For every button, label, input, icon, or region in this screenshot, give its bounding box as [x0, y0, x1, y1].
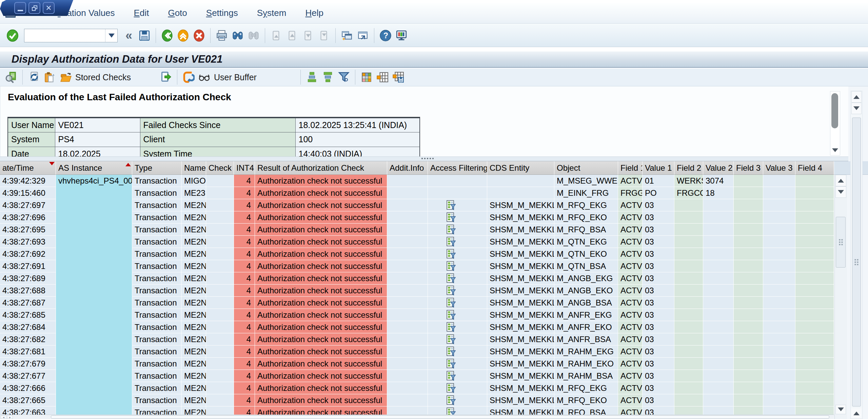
cell-object[interactable]: M_MSEG_WWE [554, 175, 618, 187]
cell-object[interactable]: M_RFQ_BSA [554, 224, 618, 236]
cell-value-3[interactable] [763, 175, 795, 187]
cell-value-3[interactable] [763, 199, 795, 211]
cell-field-1[interactable]: ACTVT [618, 358, 643, 370]
cell-result[interactable]: Authorization check not successful [255, 382, 387, 394]
cell-type[interactable]: Transaction [132, 236, 182, 248]
access-filter-icon[interactable] [447, 347, 456, 357]
cell-value-2[interactable]: 18 [703, 187, 734, 199]
cell-cds-entity[interactable]: SHSM_M_MEKKL [487, 333, 554, 345]
cell-value-2[interactable] [703, 309, 734, 321]
table-row[interactable]: 4:38:27:665TransactionME2N4Authorization… [0, 394, 834, 406]
export-icon[interactable] [159, 71, 172, 84]
cell-cds-entity[interactable]: SHSM_M_MEKKL [487, 260, 554, 272]
cell-date-time[interactable]: 4:38:27:695 [0, 224, 56, 236]
table-row[interactable]: 4:38:27:677TransactionME2N4Authorization… [0, 370, 834, 382]
cell-cds-entity[interactable]: SHSM_M_MEKKL [487, 285, 554, 297]
paste-icon[interactable] [43, 71, 56, 84]
cell-field-3[interactable] [734, 333, 763, 345]
cell-int4[interactable]: 4 [234, 345, 255, 358]
cell-field-3[interactable] [734, 285, 763, 297]
cell-field-4[interactable] [795, 199, 834, 211]
cell-int4[interactable]: 4 [234, 260, 255, 272]
cell-name[interactable]: ME2N [182, 370, 206, 382]
cell-field-2[interactable]: FRGCO [674, 187, 703, 199]
save-layout-icon[interactable] [392, 71, 405, 84]
cell-value-3[interactable] [763, 394, 795, 406]
cell-check[interactable] [206, 358, 234, 370]
cell-field-1[interactable]: ACTVT [618, 285, 643, 297]
cell-addit-info[interactable] [387, 272, 428, 285]
cell-value-1[interactable]: 03 [643, 236, 674, 248]
cell-date-time[interactable]: 4:39:42:329 [0, 175, 56, 187]
cell-value-2[interactable] [703, 297, 734, 309]
cell-name[interactable]: ME2N [182, 333, 206, 345]
cell-field-1[interactable]: ACTVT [618, 333, 643, 345]
cell-field-2[interactable] [674, 321, 703, 333]
cell-date-time[interactable]: 4:38:27:677 [0, 370, 56, 382]
cell-value-1[interactable]: 03 [643, 333, 674, 345]
cell-as-instance[interactable] [56, 370, 132, 382]
cell-as-instance[interactable] [56, 211, 132, 224]
cell-date-time[interactable]: 4:38:27:665 [0, 394, 56, 406]
cell-check[interactable] [206, 333, 234, 345]
scroll-up-icon[interactable] [835, 175, 846, 186]
menu-help[interactable]: Help [296, 6, 333, 20]
cell-object[interactable]: M_EINK_FRG [554, 187, 618, 199]
cell-as-instance[interactable] [56, 333, 132, 345]
cell-field-4[interactable] [795, 358, 834, 370]
cell-field-3[interactable] [734, 211, 763, 224]
cell-int4[interactable]: 4 [234, 382, 255, 394]
cell-as-instance[interactable] [56, 321, 132, 333]
cell-int4[interactable]: 4 [234, 370, 255, 382]
cell-field-3[interactable] [734, 297, 763, 309]
scrollbar-thumb[interactable] [836, 217, 846, 268]
cell-result[interactable]: Authorization check not successful [255, 297, 387, 309]
cell-date-time[interactable]: 4:38:27:687 [0, 297, 56, 309]
cell-name[interactable]: ME2N [182, 358, 206, 370]
cell-value-1[interactable]: 03 [643, 345, 674, 358]
stored-checks-button[interactable]: Stored Checks [75, 72, 131, 82]
user-buffer-button[interactable]: User Buffer [214, 72, 257, 82]
cell-as-instance[interactable] [56, 285, 132, 297]
cell-value-3[interactable] [763, 260, 795, 272]
cell-check[interactable] [206, 345, 234, 358]
filter-icon[interactable] [337, 71, 350, 84]
cell-addit-info[interactable] [387, 260, 428, 272]
scroll-down-icon[interactable] [851, 103, 862, 114]
cell-value-2[interactable] [703, 224, 734, 236]
cell-field-2[interactable] [674, 272, 703, 285]
cell-field-3[interactable] [734, 358, 763, 370]
cell-field-2[interactable] [674, 260, 703, 272]
cell-int4[interactable]: 4 [234, 285, 255, 297]
cell-name[interactable]: ME2N [182, 285, 206, 297]
cell-as-instance[interactable] [56, 248, 132, 260]
cell-field-3[interactable] [734, 309, 763, 321]
cell-cds-entity[interactable]: SHSM_M_MEKKL [487, 394, 554, 406]
cell-object[interactable]: M_RAHM_EKG [554, 345, 618, 358]
cell-cds-entity[interactable]: SHSM_M_MEKKL [487, 297, 554, 309]
table-row[interactable]: 4:38:27:691TransactionME2N4Authorization… [0, 260, 834, 272]
menu-goto[interactable]: Goto [158, 6, 196, 20]
cell-addit-info[interactable] [387, 370, 428, 382]
cell-object[interactable]: M_RFQ_EKO [554, 211, 618, 224]
cell-value-3[interactable] [763, 382, 795, 394]
cell-field-2[interactable] [674, 297, 703, 309]
cell-object[interactable]: M_ANGB_EKG [554, 272, 618, 285]
cell-addit-info[interactable] [387, 224, 428, 236]
cell-addit-info[interactable] [387, 333, 428, 345]
cell-check[interactable] [206, 175, 234, 187]
table-row[interactable]: 4:38:27:681TransactionME2N4Authorization… [0, 345, 834, 358]
cell-object[interactable]: M_ANGB_BSA [554, 297, 618, 309]
access-filter-icon[interactable] [447, 261, 456, 271]
cell-date-time[interactable]: 4:39:15:460 [0, 187, 56, 199]
cell-check[interactable] [206, 236, 234, 248]
cell-value-2[interactable] [703, 358, 734, 370]
cell-date-time[interactable]: 4:38:27:666 [0, 382, 56, 394]
cell-as-instance[interactable] [56, 394, 132, 406]
cell-date-time[interactable]: 4:38:27:689 [0, 272, 56, 285]
cell-int4[interactable]: 4 [234, 211, 255, 224]
cell-check[interactable] [206, 260, 234, 272]
cell-type[interactable]: Transaction [132, 345, 182, 358]
scroll-up-icon[interactable] [851, 91, 862, 103]
cell-value-3[interactable] [763, 297, 795, 309]
